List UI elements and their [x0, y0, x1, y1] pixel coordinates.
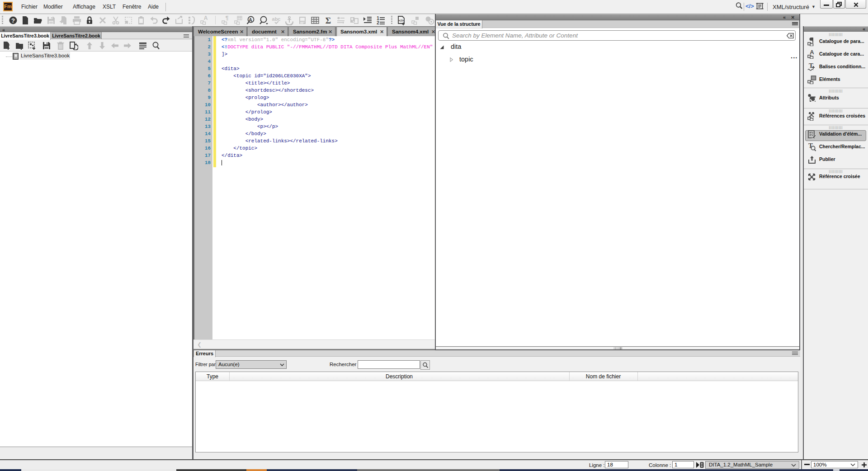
- svg-text:2: 2: [377, 20, 379, 25]
- svg-text:T: T: [808, 142, 813, 149]
- svg-text:T: T: [809, 62, 813, 69]
- svg-text:abc: abc: [272, 16, 281, 22]
- svg-text:A: A: [204, 15, 208, 21]
- svg-text:A: A: [810, 50, 814, 56]
- svg-text:</>: </>: [399, 19, 404, 23]
- svg-text:?: ?: [11, 17, 15, 24]
- svg-text:Σ: Σ: [326, 16, 331, 25]
- svg-text:¶: ¶: [226, 15, 229, 21]
